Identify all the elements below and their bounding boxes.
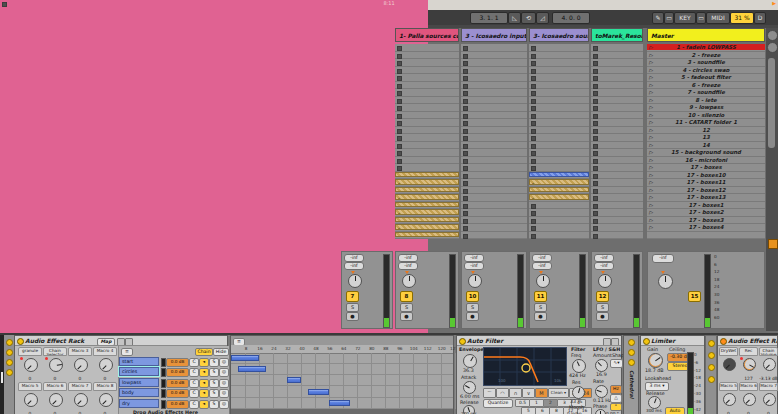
clip-stop-button[interactable] bbox=[463, 136, 468, 141]
clip-slot[interactable] bbox=[591, 179, 643, 187]
macro-knob[interactable] bbox=[74, 358, 88, 372]
chain-pan-field[interactable]: C bbox=[189, 368, 199, 377]
clip-slot[interactable] bbox=[461, 67, 527, 75]
lookahead-menu[interactable]: 3 ms ▾ bbox=[645, 382, 669, 391]
filter-type-morph[interactable]: M bbox=[535, 388, 548, 398]
solo-button[interactable]: S bbox=[346, 303, 359, 312]
clip-slot[interactable] bbox=[461, 194, 527, 202]
chain-activator-button[interactable]: ◂ bbox=[199, 379, 209, 388]
track-activator[interactable]: 8 bbox=[400, 291, 413, 302]
filter-display[interactable]: 100 10k bbox=[483, 347, 567, 386]
scene-launch-icon[interactable]: ▷ bbox=[649, 44, 653, 50]
device-on-toggle[interactable] bbox=[459, 338, 466, 345]
chain-volume-field[interactable]: 0.0 dB bbox=[166, 379, 189, 388]
scene[interactable]: ▷17 - boxes4 bbox=[647, 224, 765, 230]
chain-solo-button[interactable]: S bbox=[209, 400, 219, 409]
clip-slot[interactable] bbox=[591, 217, 643, 225]
clip-slot[interactable] bbox=[591, 59, 643, 67]
volume-field[interactable]: -inf bbox=[532, 254, 552, 262]
clip-stop-button[interactable] bbox=[593, 91, 598, 96]
chain-name[interactable]: lowpass bbox=[119, 378, 159, 387]
clip-launch-icon[interactable]: ▶ bbox=[398, 227, 400, 230]
scene-slot[interactable]: ▷13 bbox=[647, 134, 765, 142]
macro-knob[interactable] bbox=[99, 393, 113, 407]
macro-knob[interactable] bbox=[743, 358, 756, 371]
scene-slot[interactable]: ▷1 - fadein LOWPASS bbox=[647, 44, 765, 52]
scene-slot[interactable] bbox=[647, 232, 765, 240]
clip-launch-icon[interactable]: ▶ bbox=[398, 204, 400, 207]
scene-launch-icon[interactable]: ▷ bbox=[649, 82, 653, 88]
device-title[interactable]: Limiter bbox=[641, 336, 704, 346]
macro-knob-macro-7[interactable]: Macro 70 bbox=[759, 382, 778, 414]
chain-solo-button[interactable]: S bbox=[209, 389, 219, 398]
clip-slot[interactable] bbox=[529, 134, 589, 142]
clip[interactable]: ▶ bbox=[395, 179, 459, 185]
scene-launch-icon[interactable]: ▷ bbox=[649, 209, 653, 215]
clip-slot[interactable] bbox=[529, 157, 589, 165]
chain-pan-field[interactable]: C bbox=[189, 389, 199, 398]
draw-mode-button[interactable]: ✎ bbox=[652, 12, 664, 24]
computer-keyboard-icon[interactable]: ▭ bbox=[664, 12, 674, 24]
chain-dot[interactable] bbox=[628, 359, 635, 366]
clip-stop-button[interactable] bbox=[593, 166, 598, 171]
track-header-8[interactable]: 1- Palla sources corpus◉ bbox=[395, 28, 459, 42]
filter-type-notch[interactable]: ∨ bbox=[522, 388, 535, 398]
clip-slot[interactable]: ▶ bbox=[529, 194, 589, 202]
clip-stop-button[interactable] bbox=[593, 99, 598, 104]
hide-button[interactable]: Hide bbox=[213, 348, 229, 356]
chain-zone-bar[interactable] bbox=[238, 366, 266, 372]
scene-launch-icon[interactable]: ▷ bbox=[649, 97, 653, 103]
chain-pan-field[interactable]: C bbox=[189, 379, 199, 388]
scene-launch-icon[interactable]: ▷ bbox=[649, 74, 653, 80]
clip-slot[interactable]: ▶ bbox=[395, 232, 459, 240]
back-to-arrangement-icon[interactable]: ▶ bbox=[772, 0, 776, 7]
scene-slot[interactable]: ▷17 - boxes13 bbox=[647, 194, 765, 202]
clip-slot[interactable] bbox=[395, 157, 459, 165]
clip-stop-button[interactable] bbox=[531, 99, 536, 104]
scene[interactable]: ▷17 - boxes13 bbox=[647, 194, 765, 200]
clip-slot[interactable] bbox=[461, 119, 527, 127]
clip-slot[interactable] bbox=[395, 97, 459, 105]
macro-knob-macro-5[interactable]: Macro 50 bbox=[719, 382, 738, 414]
chain-activator-button[interactable]: ◂ bbox=[199, 358, 209, 367]
chain-zone-bar[interactable] bbox=[308, 389, 329, 395]
clip-stop-button[interactable] bbox=[593, 129, 598, 134]
macro-knob-rec[interactable]: Rec127 bbox=[739, 347, 758, 381]
clip-slot[interactable] bbox=[591, 134, 643, 142]
track-header-11[interactable]: toMarek_Resolume bbox=[591, 28, 643, 42]
io-show-toggle[interactable] bbox=[767, 30, 778, 41]
chain-pan-field[interactable]: C bbox=[189, 400, 199, 409]
chain-volume-field[interactable]: 0.0 dB bbox=[166, 368, 189, 377]
clip-stop-button[interactable] bbox=[593, 204, 598, 209]
hot-swap-icon[interactable] bbox=[117, 338, 125, 346]
clip-stop-button[interactable] bbox=[397, 121, 402, 126]
clip-slot[interactable] bbox=[529, 127, 589, 135]
clip-slot[interactable] bbox=[395, 67, 459, 75]
clip-stop-button[interactable] bbox=[531, 69, 536, 74]
res-knob[interactable] bbox=[572, 386, 585, 399]
filter-type-highpass[interactable]: ◠ bbox=[496, 388, 509, 398]
clip-stop-button[interactable] bbox=[397, 46, 402, 51]
scene-slot[interactable]: ▷12 bbox=[647, 127, 765, 135]
clip-slot[interactable]: ▶ bbox=[395, 217, 459, 225]
clip-stop-button[interactable] bbox=[397, 54, 402, 59]
clip-slot[interactable] bbox=[461, 157, 527, 165]
envelope-amount-knob[interactable] bbox=[463, 354, 477, 368]
clip-stop-button[interactable] bbox=[463, 46, 468, 51]
clip-slot[interactable] bbox=[529, 232, 589, 240]
clip-slot[interactable] bbox=[591, 89, 643, 97]
pan-knob[interactable] bbox=[536, 274, 550, 288]
clip-slot[interactable] bbox=[529, 44, 589, 52]
track-header-9[interactable]: 3 - Icosaedro input 1 bbox=[461, 28, 527, 42]
scene-slot[interactable]: ▷17 - boxes3 bbox=[647, 217, 765, 225]
clip-slot[interactable] bbox=[395, 119, 459, 127]
clip-stop-button[interactable] bbox=[463, 106, 468, 111]
scene-slot[interactable]: ▷5 - fadeout filter bbox=[647, 74, 765, 82]
clip-stop-button[interactable] bbox=[593, 174, 598, 179]
lfo-phase-knob[interactable] bbox=[595, 409, 606, 414]
pan-knob[interactable] bbox=[658, 274, 673, 289]
clip-slot[interactable] bbox=[395, 149, 459, 157]
scene-launch-icon[interactable]: ▷ bbox=[649, 157, 653, 163]
clip-stop-button[interactable] bbox=[593, 226, 598, 231]
clip-slot[interactable] bbox=[395, 134, 459, 142]
